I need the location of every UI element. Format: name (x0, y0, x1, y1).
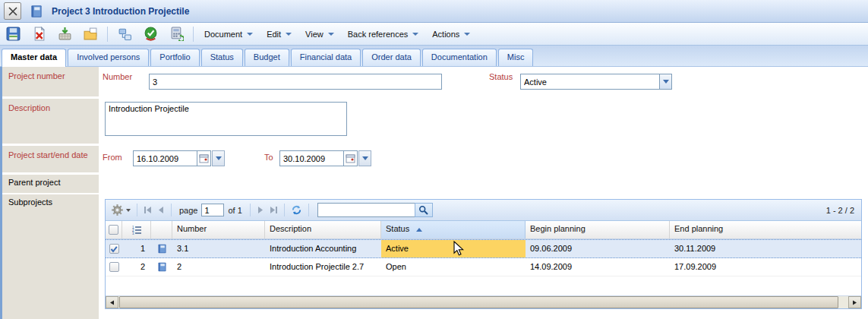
previous-page-button[interactable] (154, 203, 167, 218)
cell-description[interactable]: Introduction Accounting (265, 240, 381, 257)
status-dropdown-button[interactable] (659, 74, 672, 90)
from-label: From (103, 153, 122, 162)
save-icon (6, 27, 21, 41)
row-number: 1 (122, 240, 151, 257)
tab-documentation[interactable]: Documentation (422, 49, 497, 66)
calculate-button[interactable] (166, 25, 186, 43)
refresh-button[interactable] (289, 203, 305, 218)
menu-view[interactable]: View (298, 25, 341, 43)
horizontal-scrollbar[interactable] (106, 295, 861, 308)
close-button[interactable] (4, 2, 21, 20)
page-number-input[interactable] (201, 204, 224, 216)
select-all-checkbox[interactable] (109, 225, 118, 235)
numbered-list-icon: 123 (131, 225, 142, 235)
project-book-icon (156, 243, 168, 254)
tab-portfolio[interactable]: Portfolio (150, 49, 199, 66)
workflow-icon (118, 27, 132, 41)
cell-number[interactable]: 3.1 (172, 240, 265, 257)
approve-button[interactable] (140, 25, 160, 43)
sidebar: Project number Description Project start… (0, 67, 99, 319)
tab-involved-persons[interactable]: Involved persons (68, 49, 149, 66)
tab-master-data[interactable]: Master data (2, 49, 66, 67)
grid-search-input[interactable] (317, 203, 415, 217)
menu-document-label: Document (204, 30, 242, 39)
tab-financial-data[interactable]: Financial data (291, 49, 361, 66)
column-header-label: Description (270, 224, 311, 233)
description-textarea[interactable]: Introduction Projectile (105, 102, 347, 136)
from-date-field[interactable] (133, 150, 225, 166)
first-page-button[interactable] (141, 203, 154, 218)
project-book-icon (29, 4, 44, 19)
number-input[interactable] (149, 74, 442, 90)
scroll-right-button[interactable] (848, 296, 861, 308)
chevron-down-icon (328, 33, 334, 36)
row-checkbox[interactable] (109, 262, 119, 272)
project-type-cell (151, 240, 172, 257)
from-date-input[interactable] (133, 150, 197, 166)
to-calendar-button[interactable] (343, 150, 358, 166)
tab-status[interactable]: Status (201, 49, 243, 66)
cell-number[interactable]: 2 (172, 258, 265, 276)
column-header-description[interactable]: Description (265, 221, 381, 238)
tab-budget[interactable]: Budget (245, 49, 289, 66)
refresh-icon (291, 204, 302, 216)
grid-search-button[interactable] (415, 203, 433, 217)
next-page-button[interactable] (254, 203, 267, 218)
import-button[interactable] (55, 25, 74, 43)
from-calendar-button[interactable] (197, 150, 211, 166)
chevron-down-icon (464, 33, 470, 36)
cell-end-planning[interactable]: 17.09.2009 (670, 258, 861, 276)
delete-button[interactable] (29, 25, 49, 43)
scroll-left-button[interactable] (106, 296, 118, 308)
chevron-down-icon (663, 80, 669, 84)
menu-document[interactable]: Document (197, 25, 260, 43)
menu-actions[interactable]: Actions (425, 25, 477, 43)
to-date-input[interactable] (279, 150, 343, 166)
cell-description[interactable]: Introduction Projectile 2.7 (265, 258, 381, 276)
table-row[interactable]: 1 3.1 Introduction Accounting Active 09.… (106, 239, 861, 258)
cell-status[interactable]: Open (381, 258, 526, 276)
column-header-begin-planning[interactable]: Begin planning (526, 221, 670, 238)
copy-button[interactable] (80, 25, 100, 43)
cell-begin-planning[interactable]: 14.09.2009 (526, 258, 670, 276)
cell-end-planning[interactable]: 30.11.2009 (670, 240, 861, 257)
column-header-status[interactable]: Status (381, 221, 526, 238)
table-row[interactable]: 2 2 Introduction Projectile 2.7 Open 14.… (106, 258, 861, 276)
column-header-end-planning[interactable]: End planning (670, 221, 861, 238)
next-page-icon (257, 206, 265, 214)
save-button[interactable] (3, 25, 23, 43)
chevron-down-icon (247, 33, 253, 36)
select-all-column-header[interactable] (106, 221, 122, 238)
page-label: page (179, 206, 197, 215)
close-icon (8, 6, 18, 17)
grid-toolbar: page of 1 (106, 200, 861, 221)
type-icon-column-header[interactable] (151, 221, 172, 238)
tab-order-data[interactable]: Order data (362, 49, 421, 66)
tab-misc[interactable]: Misc (498, 49, 534, 66)
last-page-button[interactable] (267, 203, 280, 218)
cell-status[interactable]: Active (381, 240, 526, 257)
tab-strip: Master data Involved persons Portfolio S… (0, 46, 868, 67)
toolbar-separator (107, 27, 108, 42)
check-icon (110, 245, 118, 253)
menu-view-label: View (305, 30, 324, 39)
column-header-number[interactable]: Number (172, 221, 265, 238)
grid-empty-area (106, 276, 861, 295)
menu-actions-label: Actions (432, 30, 459, 39)
sidebar-label-project-number: Project number (2, 67, 99, 96)
status-value[interactable] (520, 74, 659, 90)
menu-edit[interactable]: Edit (260, 25, 298, 43)
row-number-column-header[interactable]: 123 (122, 221, 151, 238)
cell-begin-planning[interactable]: 09.06.2009 (526, 240, 670, 257)
grid-settings-button[interactable] (109, 203, 133, 218)
scrollbar-thumb[interactable] (119, 296, 838, 308)
to-date-field[interactable] (279, 150, 371, 166)
menu-back-references[interactable]: Back references (341, 25, 425, 43)
title-bar: Project 3 Introduction Projectile (0, 0, 868, 23)
from-date-dropdown-button[interactable] (212, 150, 225, 166)
workflow-button[interactable] (115, 25, 134, 43)
search-icon (418, 205, 428, 215)
status-combobox[interactable] (520, 74, 672, 90)
row-checkbox[interactable] (109, 244, 119, 254)
to-date-dropdown-button[interactable] (358, 150, 371, 166)
